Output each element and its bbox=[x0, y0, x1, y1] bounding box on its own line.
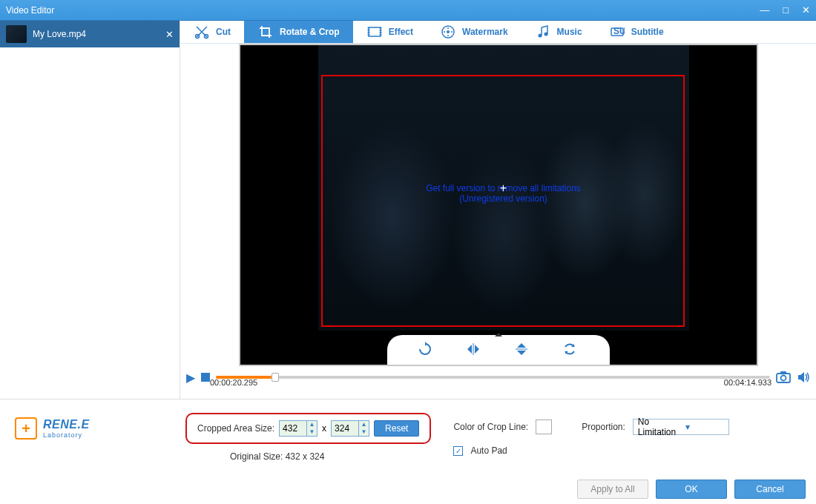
svg-point-16 bbox=[781, 376, 786, 381]
tab-cut[interactable]: Cut bbox=[180, 21, 244, 43]
svg-text:SUB: SUB bbox=[613, 26, 625, 36]
crop-size-group: Cropped Area Size: ▲▼ x ▲▼ Reset bbox=[185, 413, 431, 444]
spin-up-icon[interactable]: ▲ bbox=[307, 421, 317, 428]
tab-watermark[interactable]: Watermark bbox=[427, 21, 521, 43]
tab-music[interactable]: Music bbox=[521, 21, 596, 43]
reset-button[interactable]: Reset bbox=[374, 420, 419, 437]
file-thumbnail bbox=[6, 25, 27, 43]
time-total: 00:04:14.933 bbox=[724, 378, 771, 387]
svg-point-8 bbox=[447, 35, 449, 36]
autopad-checkbox[interactable]: ✓ bbox=[453, 446, 463, 456]
ok-button[interactable]: OK bbox=[656, 480, 727, 499]
proportion-label: Proportion: bbox=[582, 422, 625, 432]
svg-point-5 bbox=[444, 31, 445, 33]
scissors-icon bbox=[194, 24, 210, 40]
file-name: My Love.mp4 bbox=[33, 29, 159, 39]
playback-bar: ▶ bbox=[180, 366, 816, 388]
effect-icon bbox=[366, 24, 383, 40]
original-size-label: Original Size: 432 x 324 bbox=[185, 451, 431, 462]
apply-all-button[interactable]: Apply to All bbox=[577, 480, 648, 499]
timeline-handle[interactable] bbox=[272, 373, 279, 382]
crop-size-label: Cropped Area Size: bbox=[197, 423, 274, 434]
crop-color-label: Color of Crop Line: bbox=[453, 422, 528, 432]
timeline-slider[interactable] bbox=[216, 372, 770, 382]
svg-point-6 bbox=[451, 31, 453, 33]
spin-down-icon[interactable]: ▼ bbox=[307, 428, 317, 436]
crop-icon bbox=[257, 24, 274, 40]
svg-rect-2 bbox=[369, 27, 381, 36]
spin-up-icon[interactable]: ▲ bbox=[359, 421, 369, 428]
svg-rect-17 bbox=[780, 371, 786, 374]
svg-point-10 bbox=[544, 33, 547, 36]
play-button[interactable]: ▶ bbox=[186, 371, 195, 385]
crop-rectangle[interactable] bbox=[321, 75, 685, 327]
brand-logo: + RENE.E Laboratory bbox=[15, 413, 163, 440]
svg-point-9 bbox=[538, 34, 542, 38]
snapshot-button[interactable] bbox=[776, 371, 791, 384]
crop-width-input[interactable]: ▲▼ bbox=[279, 420, 317, 437]
file-close-icon[interactable]: ✕ bbox=[165, 29, 174, 40]
svg-point-7 bbox=[447, 27, 449, 29]
crop-color-swatch[interactable] bbox=[536, 420, 552, 434]
minimize-button[interactable]: — bbox=[760, 4, 769, 16]
video-preview[interactable]: Get full version to remove all limitatio… bbox=[239, 44, 758, 366]
tool-tabs: Cut Rotate & Crop Effect Watermark Music… bbox=[180, 21, 816, 44]
subtitle-icon: SUB bbox=[609, 24, 625, 40]
rotate-toolbar bbox=[387, 335, 610, 365]
tab-subtitle[interactable]: SUB Subtitle bbox=[596, 21, 677, 43]
cancel-button[interactable]: Cancel bbox=[734, 480, 806, 499]
file-sidebar: My Love.mp4 ✕ bbox=[0, 21, 180, 399]
file-tab[interactable]: My Love.mp4 ✕ bbox=[0, 21, 180, 47]
rotate-cw-button[interactable] bbox=[417, 341, 435, 359]
window-title: Video Editor bbox=[6, 5, 760, 16]
proportion-select[interactable]: No Limitation ▾ bbox=[633, 419, 729, 435]
close-button[interactable]: ✕ bbox=[802, 4, 810, 16]
autopad-label: Auto Pad bbox=[470, 445, 507, 456]
flip-vertical-button[interactable] bbox=[513, 341, 531, 359]
volume-button[interactable] bbox=[797, 371, 810, 384]
stop-button[interactable] bbox=[201, 373, 210, 382]
watermark-icon bbox=[440, 24, 456, 40]
refresh-button[interactable] bbox=[562, 341, 579, 359]
maximize-button[interactable]: □ bbox=[783, 4, 789, 16]
crop-height-input[interactable]: ▲▼ bbox=[331, 420, 369, 437]
flip-horizontal-button[interactable] bbox=[465, 341, 483, 359]
time-current: 00:00:20.295 bbox=[210, 378, 257, 387]
tab-rotate-crop[interactable]: Rotate & Crop bbox=[244, 21, 353, 43]
spin-down-icon[interactable]: ▼ bbox=[359, 428, 369, 436]
chevron-down-icon: ▾ bbox=[681, 422, 728, 432]
tab-effect[interactable]: Effect bbox=[353, 21, 427, 43]
music-icon bbox=[535, 24, 551, 40]
svg-point-4 bbox=[447, 30, 450, 33]
titlebar: Video Editor — □ ✕ bbox=[0, 0, 816, 21]
plus-icon: + bbox=[15, 417, 37, 440]
